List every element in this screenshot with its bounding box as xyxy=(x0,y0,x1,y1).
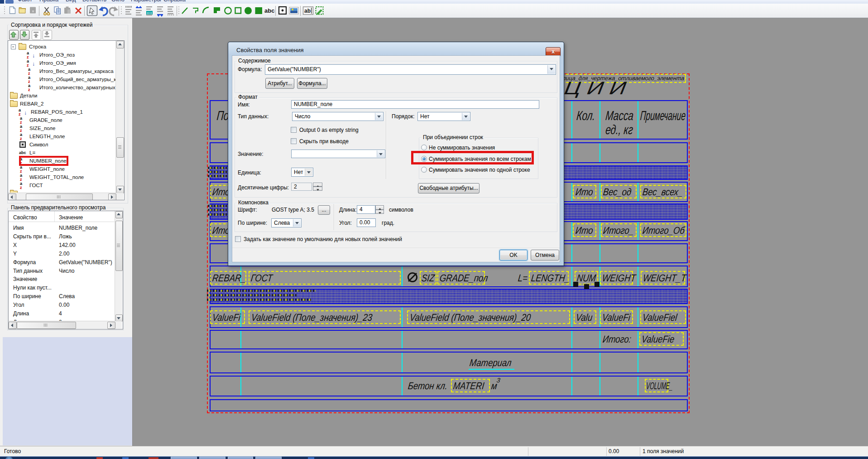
svg-text:ab: ab xyxy=(304,8,311,14)
svg-text:abc: abc xyxy=(264,7,274,14)
